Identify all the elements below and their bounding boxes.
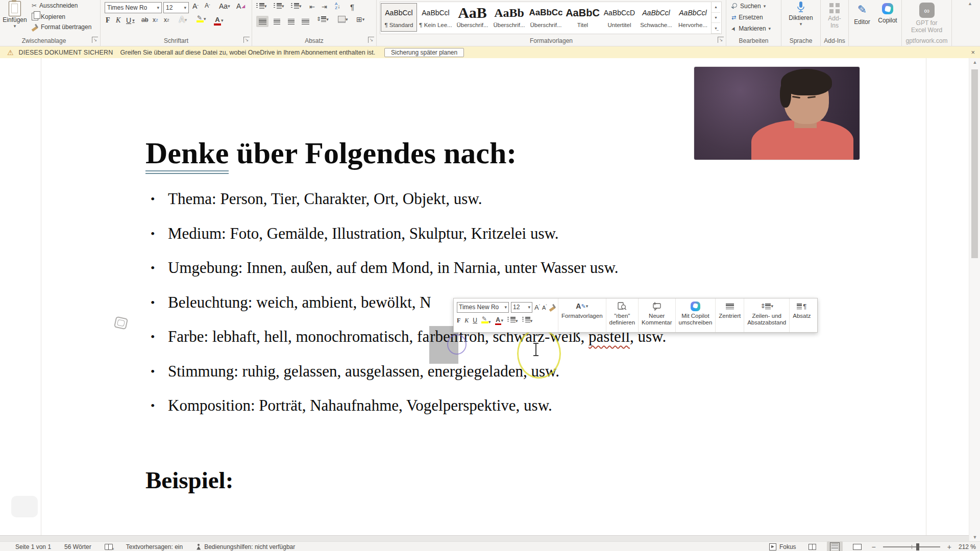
justify-button[interactable]	[299, 16, 311, 27]
font-dialog-launcher[interactable]	[243, 37, 250, 43]
web-layout-button[interactable]	[850, 543, 865, 551]
style-tile-hervorhebung[interactable]: AaBbCcl Hervorhe...	[675, 3, 711, 32]
close-icon[interactable]: ×	[971, 48, 975, 56]
mini-new-comment-button[interactable]: NeuerKommentar	[638, 298, 675, 332]
mini-styles-button[interactable]: A✎▾ Formatvorlagen	[558, 298, 606, 332]
text-predictions[interactable]: Textvorhersagen: ein	[126, 543, 183, 550]
styles-dialog-launcher[interactable]	[718, 37, 724, 43]
mini-font-size-select[interactable]: 12▾	[511, 302, 532, 313]
word-count[interactable]: 56 Wörter	[64, 543, 91, 550]
style-tile-ueberschrift3[interactable]: AaBbCc Überschrif...	[528, 3, 564, 32]
mini-paragraph-button[interactable]: ¶ Absatz	[789, 298, 814, 332]
font-size-select[interactable]: 12▾	[163, 2, 189, 13]
underline-button[interactable]: U▾	[126, 16, 135, 24]
align-center-button[interactable]	[271, 16, 283, 27]
mini-highlight-button[interactable]: ✎▾	[481, 316, 491, 325]
style-tile-standard[interactable]: AaBbCcl ¶ Standard	[381, 3, 417, 32]
change-case-button[interactable]: Aa▾	[219, 2, 230, 10]
style-tile-ueberschrift1[interactable]: AaB Überschrif...	[454, 3, 491, 32]
mini-bold-button[interactable]: F	[457, 317, 460, 324]
numbered-list-button[interactable]: ▾	[274, 3, 284, 9]
scroll-down-icon[interactable]: ▼	[969, 535, 980, 540]
strikethrough-button[interactable]: ab	[141, 16, 148, 23]
mini-define-button[interactable]: "rben"definieren	[606, 298, 639, 332]
mini-line-spacing-button[interactable]: ⇕▾ Zeilen- undAbsatzabstand	[744, 298, 789, 332]
style-tile-ueberschrift2[interactable]: AaBb Überschrif...	[491, 3, 527, 32]
styles-more-icon[interactable]: ▼̲	[712, 23, 720, 34]
highlight-color-button[interactable]: ✎ ▾	[197, 15, 206, 22]
editor-button[interactable]: ✎ Editor	[850, 3, 874, 26]
styles-scroll-down-icon[interactable]: ▼	[712, 13, 720, 23]
gpt-for-excel-word-button[interactable]: ∞ GPT forExcel Word	[902, 3, 951, 34]
align-right-button[interactable]	[285, 16, 297, 27]
addins-button[interactable]: Add-Ins	[821, 3, 848, 29]
dictate-button[interactable]: Diktieren ▾	[781, 1, 820, 27]
copilot-margin-icon[interactable]	[114, 316, 128, 330]
cut-button[interactable]: ✂ Ausschneiden	[32, 2, 78, 9]
document-canvas[interactable]: Denke über Folgendes nach: •Thema: Perso…	[0, 58, 968, 536]
font-color-button[interactable]: A ▾	[214, 15, 224, 26]
show-paragraph-marks-button[interactable]: ¶	[350, 3, 354, 11]
mini-bullet-list-button[interactable]: ▾	[507, 317, 518, 324]
borders-button[interactable]: ⊞▾	[356, 15, 364, 23]
multilevel-list-button[interactable]: ▾	[291, 3, 302, 9]
page-indicator[interactable]: Seite 1 von 1	[15, 543, 51, 550]
select-button[interactable]: ➤ Markieren▾	[731, 25, 771, 32]
style-tile-titel[interactable]: AaBbC Titel	[565, 3, 601, 32]
style-tile-untertitel[interactable]: AaBbCcD Untertitel	[601, 3, 638, 32]
align-left-button[interactable]	[256, 16, 268, 27]
style-tile-schwache-hervorhebung[interactable]: AaBbCcl Schwache...	[638, 3, 674, 32]
zoom-slider[interactable]	[883, 546, 940, 547]
grow-font-button[interactable]: Aˆ	[192, 2, 199, 10]
mini-underline-button[interactable]: U	[473, 317, 477, 324]
replace-button[interactable]: ⇄ Ersetzen	[731, 14, 763, 21]
bullet-list-button[interactable]: ▾	[256, 3, 267, 9]
scrollbar-thumb[interactable]	[971, 69, 978, 258]
mini-center-button[interactable]: Zentriert	[715, 298, 744, 332]
ribbon-scroll-up-icon[interactable]: ▲	[968, 1, 972, 6]
zoom-in-button[interactable]: +	[947, 543, 951, 551]
style-tile-kein-leerraum[interactable]: AaBbCcl ¶ Kein Lee...	[418, 3, 454, 32]
mini-italic-button[interactable]: K	[464, 317, 469, 324]
format-painter-button[interactable]: Format übertragen	[32, 23, 91, 31]
mini-shrink-font-button[interactable]: Aˇ	[542, 304, 547, 311]
paste-button[interactable]: Einfügen ▾	[2, 1, 28, 34]
superscript-button[interactable]: x2	[164, 16, 169, 23]
styles-scroll-up-icon[interactable]: ▲	[712, 2, 720, 13]
print-layout-button[interactable]	[827, 541, 843, 551]
italic-button[interactable]: K	[116, 16, 120, 24]
bold-button[interactable]: F	[106, 16, 110, 24]
clipboard-dialog-launcher[interactable]	[92, 37, 98, 43]
mini-font-color-button[interactable]: A▾	[495, 316, 504, 325]
scissors-icon: ✂	[32, 2, 37, 9]
zoom-slider-handle[interactable]	[916, 543, 919, 550]
read-mode-button[interactable]	[805, 543, 820, 551]
text-effects-button[interactable]: A▾	[179, 15, 187, 24]
mini-numbered-list-button[interactable]: ▾	[522, 317, 533, 324]
scroll-up-icon[interactable]: ▲	[969, 60, 980, 65]
decrease-indent-button[interactable]: ⇤	[309, 3, 315, 11]
shading-button[interactable]: ▾	[338, 16, 348, 23]
mini-format-painter-button[interactable]	[549, 304, 556, 311]
mini-copilot-rewrite-button[interactable]: Mit Copilotumschreiben	[675, 298, 716, 332]
proofing-status[interactable]	[105, 544, 113, 550]
sort-button[interactable]: AZ ↓	[335, 2, 340, 10]
mini-grow-font-button[interactable]: Aˆ	[534, 304, 540, 311]
copilot-button[interactable]: Copilot	[875, 3, 900, 24]
accessibility-status[interactable]: Bedienungshilfen: nicht verfügbar	[196, 543, 295, 550]
mini-font-name-select[interactable]: Times New Ro▾	[457, 302, 509, 313]
subscript-button[interactable]: x2	[153, 16, 158, 23]
find-button[interactable]: Suchen▾	[731, 3, 766, 10]
schedule-backup-button[interactable]: Sicherung später planen	[384, 48, 464, 57]
line-spacing-button[interactable]: ⇕▾	[316, 16, 329, 22]
clear-formatting-button[interactable]: A◢	[236, 2, 245, 10]
focus-mode-button[interactable]: Fokus	[769, 543, 796, 550]
vertical-scrollbar[interactable]: ▲ ▼	[969, 58, 980, 541]
zoom-out-button[interactable]: −	[872, 543, 876, 551]
copy-button[interactable]: Kopieren	[32, 13, 65, 20]
paragraph-dialog-launcher[interactable]	[368, 37, 374, 43]
increase-indent-button[interactable]: ⇥	[322, 3, 327, 11]
shrink-font-button[interactable]: Aˇ	[205, 2, 210, 9]
zoom-percentage[interactable]: 212 %	[959, 543, 976, 550]
font-name-select[interactable]: Times New Ro▾	[105, 2, 162, 13]
